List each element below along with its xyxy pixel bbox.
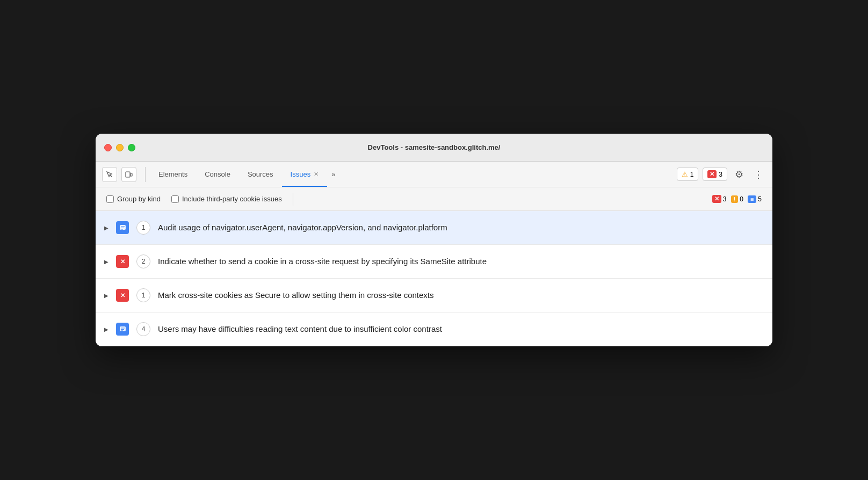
group-by-kind-input[interactable] bbox=[106, 195, 114, 203]
expand-arrow-icon[interactable]: ▶ bbox=[104, 259, 108, 265]
info-count-icon: ≡ bbox=[748, 195, 756, 203]
include-third-party-input[interactable] bbox=[171, 195, 179, 203]
error-badge-button[interactable]: ✕ 3 bbox=[703, 168, 727, 181]
error-icon: ✕ bbox=[116, 255, 129, 268]
cursor-icon bbox=[106, 171, 113, 178]
toolbar: Elements Console Sources Issues ✕ » ⚠ 1 … bbox=[96, 162, 772, 187]
tab-close-icon[interactable]: ✕ bbox=[314, 171, 319, 177]
error-count-badge: ✕ 3 bbox=[712, 195, 727, 203]
tab-elements[interactable]: Elements bbox=[150, 162, 196, 187]
issue-count-badge: 1 bbox=[136, 288, 150, 302]
info-icon bbox=[116, 323, 129, 336]
issue-count-badge: 1 bbox=[136, 221, 150, 235]
error-count: 3 bbox=[719, 171, 722, 178]
tab-issues[interactable]: Issues ✕ bbox=[282, 162, 328, 187]
warning-badge-button[interactable]: ⚠ 1 bbox=[677, 168, 699, 181]
group-by-kind-label: Group by kind bbox=[117, 195, 161, 203]
issue-text: Mark cross-site cookies as Secure to all… bbox=[158, 289, 764, 302]
expand-arrow-icon[interactable]: ▶ bbox=[104, 225, 108, 231]
device-toggle-button[interactable] bbox=[121, 167, 136, 182]
include-third-party-checkbox[interactable]: Include third-party cookie issues bbox=[171, 195, 282, 203]
issue-text: Audit usage of navigator.userAgent, navi… bbox=[158, 222, 764, 234]
filter-divider bbox=[293, 193, 293, 206]
tab-sources[interactable]: Sources bbox=[239, 162, 282, 187]
include-third-party-label: Include third-party cookie issues bbox=[182, 195, 282, 203]
issue-row[interactable]: ▶✕1Mark cross-site cookies as Secure to … bbox=[96, 279, 772, 312]
maximize-button[interactable] bbox=[128, 144, 135, 151]
error-count-icon: ✕ bbox=[712, 195, 721, 203]
tabs: Elements Console Sources Issues ✕ » bbox=[150, 162, 677, 187]
title-bar: DevTools - samesite-sandbox.glitch.me/ bbox=[96, 134, 772, 162]
issue-count-badge: 4 bbox=[136, 322, 150, 336]
filter-bar: Group by kind Include third-party cookie… bbox=[96, 187, 772, 211]
info-icon bbox=[116, 221, 129, 234]
issue-text: Indicate whether to send a cookie in a c… bbox=[158, 256, 764, 268]
expand-arrow-icon[interactable]: ▶ bbox=[104, 293, 108, 299]
toolbar-right: ⚠ 1 ✕ 3 ⚙ ⋮ bbox=[677, 167, 766, 182]
warning-count-value: 0 bbox=[740, 195, 743, 203]
group-by-kind-checkbox[interactable]: Group by kind bbox=[106, 195, 161, 203]
svg-rect-2 bbox=[131, 173, 132, 176]
settings-button[interactable]: ⚙ bbox=[732, 167, 747, 182]
expand-arrow-icon[interactable]: ▶ bbox=[104, 326, 108, 332]
error-x-icon: ✕ bbox=[707, 170, 717, 178]
svg-line-0 bbox=[110, 174, 112, 177]
issue-row[interactable]: ▶1Audit usage of navigator.userAgent, na… bbox=[96, 211, 772, 245]
device-icon bbox=[125, 171, 133, 178]
filter-counts: ✕ 3 ! 0 ≡ 5 bbox=[712, 195, 762, 203]
window-title: DevTools - samesite-sandbox.glitch.me/ bbox=[368, 143, 501, 151]
inspect-element-button[interactable] bbox=[102, 167, 117, 182]
tab-console[interactable]: Console bbox=[196, 162, 239, 187]
toolbar-icons bbox=[102, 167, 136, 182]
info-count-badge: ≡ 5 bbox=[748, 195, 762, 203]
devtools-window: DevTools - samesite-sandbox.glitch.me/ E… bbox=[96, 134, 772, 346]
issue-list: ▶1Audit usage of navigator.userAgent, na… bbox=[96, 211, 772, 346]
issue-row[interactable]: ▶✕2Indicate whether to send a cookie in … bbox=[96, 245, 772, 279]
warning-count-icon: ! bbox=[731, 195, 739, 203]
issue-text: Users may have difficulties reading text… bbox=[158, 323, 764, 336]
close-button[interactable] bbox=[104, 144, 112, 151]
error-icon: ✕ bbox=[116, 289, 129, 302]
more-options-button[interactable]: ⋮ bbox=[751, 167, 766, 182]
traffic-lights bbox=[104, 144, 135, 151]
warning-icon: ⚠ bbox=[682, 170, 688, 178]
error-count-value: 3 bbox=[723, 195, 727, 203]
toolbar-divider bbox=[145, 167, 146, 182]
warning-count: 1 bbox=[690, 171, 694, 178]
warning-count-badge: ! 0 bbox=[731, 195, 743, 203]
svg-rect-1 bbox=[126, 172, 130, 177]
minimize-button[interactable] bbox=[116, 144, 124, 151]
more-tabs-button[interactable]: » bbox=[327, 162, 339, 187]
issue-count-badge: 2 bbox=[136, 254, 150, 268]
issue-row[interactable]: ▶4Users may have difficulties reading te… bbox=[96, 312, 772, 346]
info-count-value: 5 bbox=[758, 195, 762, 203]
